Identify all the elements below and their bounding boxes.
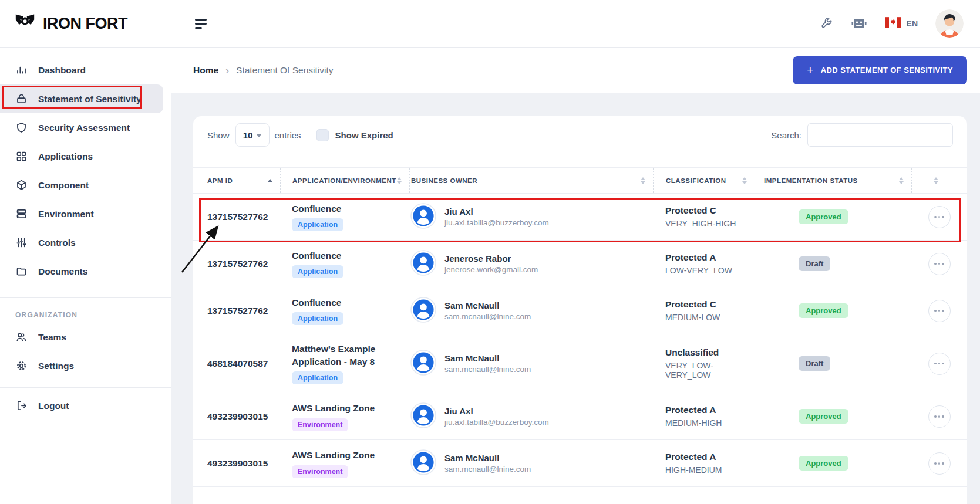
entries-label: entries	[275, 130, 301, 140]
status-badge: Approved	[799, 303, 848, 318]
row-actions-button[interactable]	[928, 253, 951, 275]
application-cell: Confluence Application	[280, 288, 409, 334]
sidebar-org-nav: Teams Settings	[0, 323, 171, 380]
apm-id-cell: 137157527762	[193, 212, 280, 222]
breadcrumb-current: Statement Of Sensitivity	[236, 65, 333, 76]
owner-cell: Jenerose Rabor jenerose.work@gmail.com	[409, 250, 653, 278]
type-badge: Environment	[292, 465, 348, 478]
plus-icon: +	[807, 65, 814, 76]
main-area: EN H	[171, 0, 980, 504]
language-code: EN	[907, 19, 918, 28]
table-header-row: APM ID APPLICATION/ENVIRONMENT BUSINESS …	[193, 167, 967, 194]
sidebar-item-environment[interactable]: Environment	[0, 199, 163, 228]
show-label: Show	[207, 130, 230, 140]
robot-icon[interactable]	[851, 16, 867, 31]
table-row: 493239903015 AWS Landing Zone Environmen…	[193, 440, 967, 487]
column-header-business-owner[interactable]: BUSINESS OWNER	[409, 168, 653, 193]
table-row: 137157527762 Confluence Application Jiu …	[193, 194, 967, 241]
sidebar-item-controls[interactable]: Controls	[0, 228, 163, 257]
users-icon	[15, 331, 28, 343]
sidebar-item-logout[interactable]: Logout	[0, 391, 163, 420]
sidebar-nav: Dashboard Statement of Sensitivity Secur…	[0, 48, 171, 286]
row-actions-button[interactable]	[928, 353, 951, 375]
sidebar-item-statement-of-sensitivity[interactable]: Statement of Sensitivity	[0, 84, 163, 113]
row-actions-button[interactable]	[928, 452, 951, 475]
sidebar-section-label: ORGANIZATION	[15, 311, 171, 319]
sidebar: IRON FORT Dashboard Statement of Sensiti…	[0, 0, 171, 504]
show-expired-checkbox[interactable]	[316, 129, 329, 141]
sort-icons	[268, 179, 272, 182]
classification-cell: Protected C MEDIUM-LOW	[653, 299, 755, 322]
type-badge: Application	[292, 312, 343, 325]
row-actions-button[interactable]	[928, 206, 951, 228]
column-header-actions[interactable]	[911, 168, 967, 193]
sort-icons	[899, 177, 904, 184]
sidebar-item-documents[interactable]: Documents	[0, 257, 163, 286]
show-expired-label: Show Expired	[335, 130, 393, 140]
application-cell: Confluence Application	[280, 194, 409, 240]
table-row: 468184070587 Matthew's Example Applicati…	[193, 334, 967, 393]
wrench-icon[interactable]	[820, 17, 833, 31]
column-header-apm-id[interactable]: APM ID	[193, 168, 280, 193]
user-avatar[interactable]	[935, 9, 964, 38]
sidebar-footer-nav: Logout	[0, 388, 171, 420]
search-input[interactable]	[807, 123, 953, 147]
classification-cell: Protected A LOW-VERY_LOW	[653, 252, 755, 275]
type-badge: Application	[292, 265, 343, 278]
actions-cell	[911, 452, 967, 475]
status-cell: Approved	[755, 456, 911, 471]
row-actions-button[interactable]	[928, 300, 951, 322]
search-label: Search:	[771, 130, 801, 140]
status-badge: Approved	[799, 409, 848, 424]
table-row: 137157527762 Confluence Application Sam …	[193, 287, 967, 334]
breadcrumb: Home › Statement Of Sensitivity	[193, 65, 333, 76]
application-cell: AWS Landing Zone Environment	[280, 394, 409, 439]
application-cell: Matthew's Example Application - May 8 Ap…	[280, 334, 409, 393]
content-area: Show 10 entries Show Expired Search: APM…	[171, 93, 980, 504]
status-badge: Approved	[799, 456, 848, 471]
application-cell: AWS Landing Zone Environment	[280, 441, 409, 486]
owner-avatar-icon	[410, 350, 436, 378]
status-cell: Approved	[755, 303, 911, 318]
apm-id-cell: 137157527762	[193, 306, 280, 316]
breadcrumb-home-link[interactable]: Home	[193, 65, 218, 76]
folder-icon	[15, 265, 28, 278]
apm-id-cell: 493239903015	[193, 458, 280, 469]
add-statement-button[interactable]: + ADD STATEMENT OF SENSITIVITY	[793, 56, 967, 84]
sidebar-item-applications[interactable]: Applications	[0, 142, 163, 171]
menu-toggle-icon[interactable]	[195, 19, 207, 29]
language-selector[interactable]: EN	[885, 17, 918, 31]
classification-cell: Protected A MEDIUM-HIGH	[653, 405, 755, 428]
brand-logo[interactable]: IRON FORT	[0, 0, 171, 48]
sidebar-item-teams[interactable]: Teams	[0, 323, 163, 351]
lock-icon	[15, 93, 28, 105]
apm-id-cell: 493239903015	[193, 411, 280, 422]
sidebar-item-component[interactable]: Component	[0, 171, 163, 199]
owner-avatar-icon	[410, 250, 436, 278]
breadcrumb-separator-icon: ›	[225, 65, 229, 76]
cube-icon	[15, 179, 28, 191]
actions-cell	[911, 300, 967, 322]
column-header-classification[interactable]: CLASSIFICATION	[653, 168, 755, 193]
table-row: 493239903015 AWS Landing Zone Environmen…	[193, 393, 967, 440]
column-header-implementation-status[interactable]: IMPLEMENTATION STATUS	[755, 168, 911, 193]
column-header-application-environment[interactable]: APPLICATION/ENVIRONMENT	[280, 168, 409, 193]
page-size-select[interactable]: 10	[235, 123, 270, 147]
sidebar-item-security-assessment[interactable]: Security Assessment	[0, 113, 163, 142]
sort-icons	[641, 177, 645, 184]
status-badge: Draft	[799, 256, 830, 271]
sidebar-item-dashboard[interactable]: Dashboard	[0, 56, 163, 84]
apm-id-cell: 468184070587	[193, 358, 280, 369]
table-body: 137157527762 Confluence Application Jiu …	[193, 194, 967, 487]
server-icon	[15, 208, 28, 220]
owner-avatar-icon	[410, 449, 436, 478]
topbar: EN	[171, 0, 980, 48]
status-cell: Approved	[755, 409, 911, 424]
brand-logo-icon	[14, 13, 36, 35]
owner-cell: Sam McNaull sam.mcnaull@lnine.com	[409, 297, 653, 325]
type-badge: Environment	[292, 418, 348, 431]
logout-icon	[15, 400, 28, 412]
chevron-down-icon	[257, 134, 261, 137]
row-actions-button[interactable]	[928, 405, 951, 428]
sidebar-item-settings[interactable]: Settings	[0, 351, 163, 380]
